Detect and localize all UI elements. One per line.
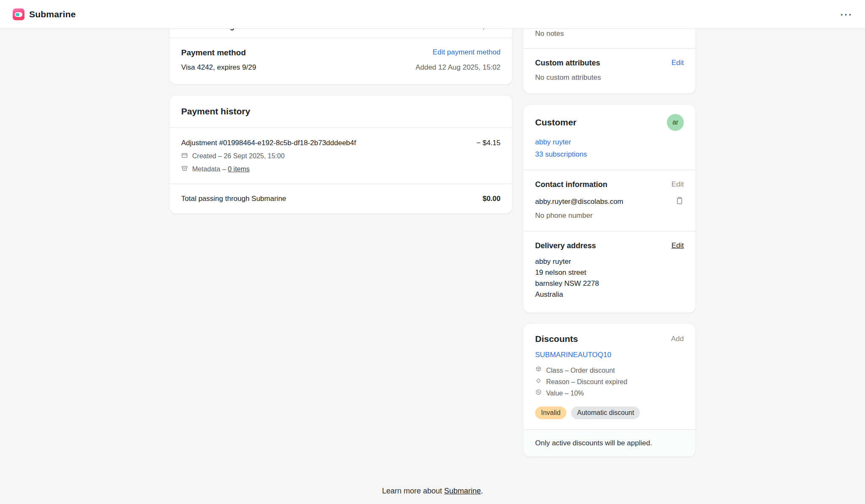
discount-details: Class – Order discount Reason – Discount…: [535, 365, 684, 399]
discounts-header: Discounts Add: [523, 324, 696, 351]
customer-phone: No phone number: [535, 211, 684, 220]
submarine-logo-icon: [13, 8, 24, 20]
page-content: Balance owing $0.00 Payment method Edit …: [0, 29, 865, 468]
total-value: $0.00: [482, 195, 501, 203]
custom-attributes-empty: No custom attributes: [535, 73, 684, 82]
adjustment-metadata-line: Metadata – 0 items: [181, 165, 501, 173]
custom-attributes-section: Custom attributes Edit No custom attribu…: [523, 49, 696, 94]
footer-submarine-link[interactable]: Submarine: [444, 487, 481, 495]
metadata-prefix: Metadata –: [192, 165, 228, 173]
total-label: Total passing through Submarine: [181, 195, 286, 203]
app-title: Submarine: [29, 9, 76, 19]
payment-history-card: Payment history Adjustment #01998464-e19…: [169, 95, 512, 214]
customer-links: abby ruyter 33 subscriptions: [523, 138, 696, 170]
discount-value-text: Value – 10%: [546, 387, 584, 399]
edit-contact-link[interactable]: Edit: [672, 180, 684, 189]
edit-delivery-address-link[interactable]: Edit: [672, 241, 684, 250]
copy-email-button[interactable]: [675, 196, 684, 207]
payment-method-title: Payment method: [181, 48, 246, 57]
main-column: Balance owing $0.00 Payment method Edit …: [169, 14, 512, 468]
delivery-address-section: Delivery address Edit abby ruyter 19 nel…: [523, 231, 696, 313]
adjustment-created-text: Created – 26 Sept 2025, 15:00: [192, 152, 285, 160]
customer-name-link[interactable]: abby ruyter: [535, 138, 684, 146]
adjustment-row: Adjustment #01998464-e192-8c5b-df18-2b73…: [169, 128, 512, 184]
customer-subscriptions-link[interactable]: 33 subscriptions: [535, 150, 684, 159]
top-bar: Submarine ⋯: [0, 0, 865, 29]
add-discount-link[interactable]: Add: [671, 335, 684, 343]
discount-reason-row: Reason – Discount expired: [535, 376, 684, 387]
discount-class-text: Class – Order discount: [546, 365, 615, 376]
custom-attributes-title: Custom attributes: [535, 59, 600, 68]
delivery-address: abby ruyter 19 nelson street barnsley NS…: [535, 256, 684, 300]
diamond-icon: [535, 376, 542, 387]
total-row: Total passing through Submarine $0.00: [169, 184, 512, 214]
automatic-discount-badge: Automatic discount: [571, 406, 640, 419]
email-row: abby.ruyter@discolabs.com: [535, 196, 684, 207]
contact-information-section: Contact information Edit abby.ruyter@dis…: [523, 170, 696, 231]
archive-box-icon: [181, 165, 188, 173]
page-footer: Learn more about Submarine.: [0, 487, 865, 496]
discount-code-link[interactable]: SUBMARINEAUTOQ10: [535, 351, 611, 359]
address-line: 19 nelson street: [535, 267, 684, 278]
adjustment-metadata-text: Metadata – 0 items: [192, 165, 250, 173]
adjustment-amount: − $4.15: [476, 139, 501, 147]
footer-text-suffix: .: [481, 487, 483, 495]
address-line: Australia: [535, 289, 684, 300]
payment-method-section: Payment method Edit payment method Visa …: [169, 38, 512, 84]
adjustment-created-line: Created – 26 Sept 2025, 15:00: [181, 152, 501, 160]
package-icon: [535, 365, 542, 376]
clipboard-icon: [675, 196, 684, 207]
delivery-address-title: Delivery address: [535, 241, 596, 250]
address-line: barnsley NSW 2278: [535, 278, 684, 289]
address-line: abby ruyter: [535, 256, 684, 267]
payment-method-description: Visa 4242, expires 9/29: [181, 63, 256, 72]
customer-card: Customer ar abby ruyter 33 subscriptions…: [523, 105, 696, 313]
customer-title: Customer: [535, 117, 577, 127]
customer-avatar: ar: [667, 114, 684, 131]
adjustment-label: Adjustment #01998464-e192-8c5b-df18-2b73…: [181, 139, 356, 147]
app-brand: Submarine: [13, 8, 76, 20]
discount-badges: Invalid Automatic discount: [535, 406, 684, 419]
contact-information-title: Contact information: [535, 180, 607, 189]
customer-email: abby.ruyter@discolabs.com: [535, 198, 623, 206]
customer-header: Customer ar: [523, 105, 696, 134]
payment-history-title: Payment history: [181, 106, 250, 116]
payment-history-header: Payment history: [169, 95, 512, 127]
discounts-footer-note: Only active discounts will be applied.: [523, 429, 696, 457]
notes-card: No notes Custom attributes Edit No custo…: [523, 18, 696, 94]
metadata-items-link[interactable]: 0 items: [228, 165, 250, 173]
side-column: No notes Custom attributes Edit No custo…: [523, 18, 696, 468]
discount-reason-text: Reason – Discount expired: [546, 376, 627, 387]
discount-circle-icon: [535, 387, 542, 399]
discounts-card: Discounts Add SUBMARINEAUTOQ10 Class – O…: [523, 324, 696, 457]
edit-custom-attributes-link[interactable]: Edit: [672, 59, 684, 67]
invalid-badge: Invalid: [535, 406, 566, 419]
discount-class-row: Class – Order discount: [535, 365, 684, 376]
footer-text-prefix: Learn more about: [382, 487, 444, 495]
edit-payment-method-link[interactable]: Edit payment method: [432, 48, 501, 57]
discount-value-row: Value – 10%: [535, 387, 684, 399]
discount-body: SUBMARINEAUTOQ10 Class – Order discount: [523, 351, 696, 429]
discounts-title: Discounts: [535, 334, 578, 344]
receipt-icon: [181, 152, 188, 160]
payment-method-added: Added 12 Aug 2025, 15:02: [416, 63, 501, 72]
overflow-menu-icon[interactable]: ⋯: [840, 8, 852, 21]
